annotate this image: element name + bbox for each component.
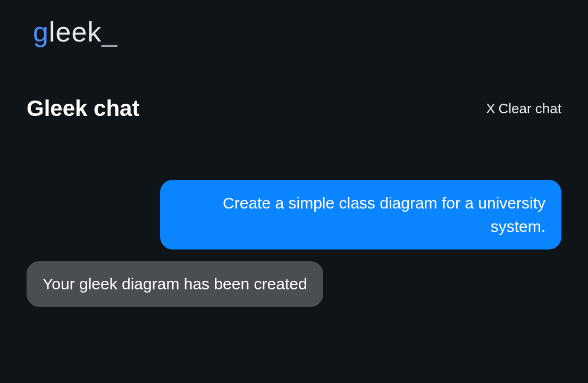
- logo-text: leek: [49, 16, 102, 47]
- close-icon: X: [486, 101, 495, 116]
- logo-g-letter: g: [33, 16, 49, 48]
- app-logo: gleek_: [27, 16, 561, 48]
- messages-container: Create a simple class diagram for a univ…: [27, 180, 561, 307]
- assistant-message: Your gleek diagram has been created: [27, 261, 323, 307]
- logo-underscore: _: [102, 16, 117, 47]
- clear-chat-label: Clear chat: [499, 101, 562, 116]
- user-message: Create a simple class diagram for a univ…: [160, 180, 561, 249]
- chat-header: Gleek chat XClear chat: [27, 96, 561, 121]
- chat-title: Gleek chat: [27, 96, 139, 121]
- clear-chat-button[interactable]: XClear chat: [486, 101, 561, 117]
